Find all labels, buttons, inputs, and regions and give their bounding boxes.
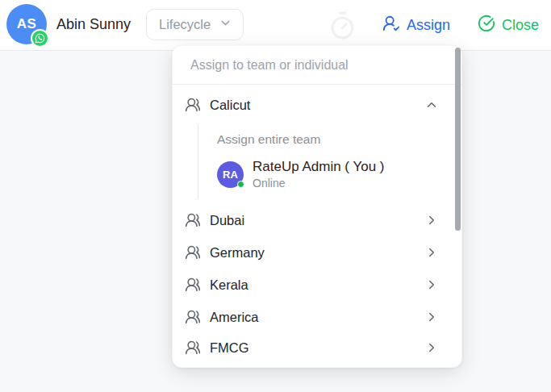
- team-row-kerala[interactable]: Kerala: [173, 269, 461, 301]
- team-row-calicut[interactable]: Calicut: [173, 85, 461, 125]
- conversation-header: AS Abin Sunny Lifecycle Assign: [0, 0, 551, 51]
- team-name: America: [210, 310, 424, 325]
- assign-search-input[interactable]: [173, 46, 461, 85]
- close-label: Close: [502, 17, 539, 34]
- member-initials: RA: [223, 169, 238, 181]
- member-row[interactable]: RA RateUp Admin ( You ) Online: [217, 159, 461, 190]
- chevron-right-icon: [424, 277, 439, 292]
- team-name: FMCG: [210, 340, 424, 356]
- chevron-right-icon: [424, 245, 439, 260]
- team-row-fmcg[interactable]: FMCG: [173, 333, 461, 362]
- users-icon: [185, 277, 201, 293]
- assign-dropdown-panel: Calicut Assign entire team RA RateUp Adm…: [172, 45, 462, 368]
- team-row-dubai[interactable]: Dubai: [173, 204, 461, 236]
- users-icon: [185, 97, 201, 113]
- assign-label: Assign: [407, 17, 450, 34]
- avatar[interactable]: AS: [6, 4, 47, 44]
- team-name: Kerala: [210, 277, 424, 293]
- lifecycle-dropdown[interactable]: Lifecycle: [146, 9, 244, 40]
- member-status: Online: [253, 177, 384, 190]
- team-name: Calicut: [210, 98, 424, 113]
- team-row-germany[interactable]: Germany: [173, 236, 461, 269]
- assign-button[interactable]: Assign: [382, 0, 450, 51]
- dropdown-scrollbar[interactable]: [455, 48, 461, 231]
- team-members-section: Assign entire team RA RateUp Admin ( You…: [198, 125, 461, 199]
- users-icon: [185, 244, 201, 261]
- check-circle-icon: [478, 15, 495, 36]
- chevron-right-icon: [424, 310, 439, 324]
- online-status-dot: [237, 181, 244, 188]
- team-name: Dubai: [210, 213, 424, 228]
- users-icon: [185, 309, 201, 325]
- timer-icon[interactable]: [328, 10, 357, 40]
- member-name: RateUp Admin ( You ): [253, 159, 384, 175]
- assign-entire-team-option[interactable]: Assign entire team: [217, 132, 461, 147]
- whatsapp-icon: [31, 29, 49, 48]
- user-check-icon: [382, 15, 400, 36]
- chevron-right-icon: [424, 213, 439, 227]
- chevron-up-icon: [424, 98, 439, 112]
- team-row-america[interactable]: America: [173, 301, 461, 333]
- team-name: Germany: [210, 245, 424, 261]
- contact-name: Abin Sunny: [56, 0, 131, 51]
- chevron-right-icon: [424, 340, 439, 355]
- lifecycle-label: Lifecycle: [159, 17, 211, 32]
- close-button[interactable]: Close: [478, 0, 539, 51]
- member-avatar: RA: [217, 161, 244, 188]
- avatar-initials: AS: [17, 16, 37, 32]
- users-icon: [185, 212, 201, 228]
- users-icon: [185, 340, 201, 356]
- chevron-down-icon: [219, 16, 232, 33]
